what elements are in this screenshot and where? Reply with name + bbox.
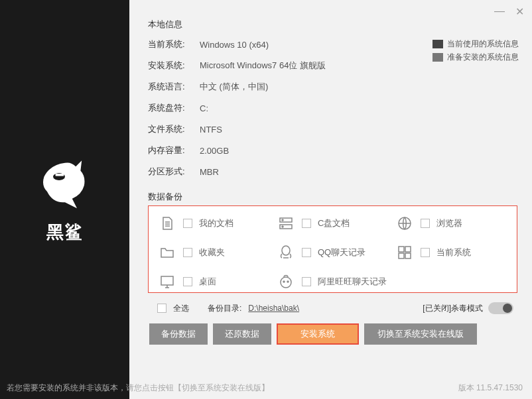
- svg-point-4: [282, 219, 283, 221]
- backup-item-wangwang[interactable]: 阿里旺旺聊天记录: [277, 272, 389, 291]
- svg-rect-9: [405, 247, 411, 252]
- svg-point-14: [283, 281, 285, 282]
- svg-rect-8: [399, 247, 404, 252]
- svg-point-13: [281, 277, 291, 288]
- drive-icon: [277, 214, 295, 233]
- wangwang-icon: [277, 272, 295, 291]
- backup-box: 我的文档 C盘文档 浏览器 收藏夹 QQ聊天记录: [148, 205, 517, 293]
- backup-button[interactable]: 备份数据: [149, 323, 208, 345]
- virus-mode-label: [已关闭]杀毒模式: [423, 303, 483, 314]
- windows-icon: [395, 243, 414, 262]
- svg-point-5: [282, 226, 283, 227]
- checkbox[interactable]: [421, 248, 430, 257]
- brand-name: 黑鲨: [46, 221, 84, 244]
- svg-rect-11: [405, 253, 411, 258]
- main-panel: 当前使用的系统信息 准备安装的系统信息 本地信息 当前系统:Windows 10…: [129, 0, 532, 399]
- info-row: 文件系统:NTFS: [148, 123, 517, 135]
- footer-tip: 若您需要安装的系统并非该版本，请您点击按钮【切换至系统安装在线版】: [7, 382, 269, 394]
- checkbox[interactable]: [183, 248, 192, 257]
- switch-button[interactable]: 切换至系统安装在线版: [364, 323, 477, 345]
- qq-icon: [277, 243, 295, 262]
- logo: 黑鲨: [35, 156, 95, 244]
- folder-icon: [158, 243, 176, 262]
- install-button[interactable]: 安装系统: [277, 323, 359, 345]
- backup-item-system[interactable]: 当前系统: [395, 243, 507, 262]
- checkbox[interactable]: [302, 219, 311, 228]
- svg-point-7: [282, 246, 290, 255]
- backup-dir-label: 备份目录:: [208, 303, 241, 314]
- backup-dir-path[interactable]: D:\heisha\bak\: [248, 304, 299, 313]
- legend: 当前使用的系统信息 准备安装的系统信息: [432, 38, 519, 65]
- info-row: 内存容量:2.00GB: [148, 144, 517, 156]
- checkbox[interactable]: [183, 219, 192, 228]
- backup-item-favorites[interactable]: 收藏夹: [158, 243, 270, 262]
- minimize-button[interactable]: —: [494, 5, 505, 18]
- backup-item-browser[interactable]: 浏览器: [395, 214, 507, 233]
- checkbox[interactable]: [302, 277, 311, 286]
- checkbox[interactable]: [421, 219, 430, 228]
- backup-item-desktop[interactable]: 桌面: [158, 272, 270, 291]
- shark-icon: [35, 156, 95, 215]
- select-all-checkbox[interactable]: [157, 304, 166, 313]
- backup-item-documents[interactable]: 我的文档: [158, 214, 270, 233]
- legend-swatch-current: [432, 40, 443, 48]
- browser-icon: [395, 214, 414, 233]
- svg-rect-12: [161, 276, 173, 285]
- restore-button[interactable]: 还原数据: [213, 323, 271, 345]
- desktop-icon: [158, 272, 176, 291]
- legend-current-label: 当前使用的系统信息: [447, 38, 519, 50]
- document-icon: [158, 214, 176, 233]
- backup-item-qq[interactable]: QQ聊天记录: [277, 243, 389, 262]
- backup-item-cdrive[interactable]: C盘文档: [277, 214, 389, 233]
- svg-rect-10: [399, 253, 404, 258]
- checkbox[interactable]: [302, 248, 311, 257]
- footer-version: 版本 11.5.47.1530: [458, 382, 523, 394]
- local-info-title: 本地信息: [148, 19, 517, 30]
- legend-swatch-target: [432, 53, 443, 62]
- select-all-label: 全选: [173, 303, 189, 314]
- svg-rect-1: [55, 174, 64, 176]
- info-row: 系统语言:中文 (简体，中国): [148, 81, 517, 93]
- svg-point-15: [287, 281, 289, 282]
- legend-target-label: 准备安装的系统信息: [447, 52, 519, 63]
- close-button[interactable]: ✕: [515, 5, 524, 18]
- virus-mode-toggle[interactable]: [488, 302, 513, 314]
- backup-title: 数据备份: [148, 191, 517, 203]
- info-row: 分区形式:MBR: [148, 166, 517, 178]
- info-row: 系统盘符:C:: [148, 102, 517, 114]
- checkbox[interactable]: [183, 277, 192, 286]
- sidebar: 黑鲨: [0, 0, 129, 399]
